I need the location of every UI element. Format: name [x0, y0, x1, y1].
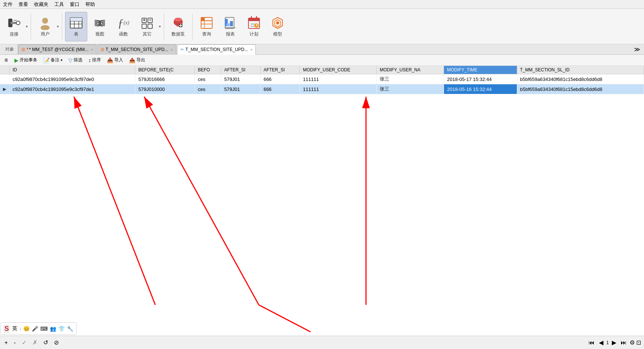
ime-wrench[interactable]: 🔧 — [67, 326, 73, 332]
col-after-si[interactable]: AFTER_SI — [260, 66, 300, 74]
col-sl-id[interactable]: T_MM_SECTION_SL_ID — [517, 66, 644, 74]
nav-prev-btn[interactable]: ◀ — [597, 338, 605, 347]
export-btn[interactable]: 📤 导出 — [127, 56, 148, 64]
tab-mm-test[interactable]: ⊞ * * MM_TEST @YCGCE (MM... × — [18, 44, 96, 55]
menu-view[interactable]: 查看 — [18, 1, 28, 8]
ime-lang[interactable]: 英 — [12, 325, 17, 332]
resize-btn[interactable]: ⊡ — [636, 339, 641, 346]
toolbar-other-btn[interactable]: 其它 — [136, 12, 158, 41]
col-modify-user-code[interactable]: MODIFY_USER_CODE — [300, 66, 377, 74]
cancel-btn[interactable]: ✗ — [31, 338, 39, 347]
svg-rect-38 — [227, 23, 230, 26]
cell-before-site-1[interactable]: 579J016666 — [135, 74, 195, 84]
plan-label: 计划 — [250, 31, 258, 37]
toolbar-model-btn[interactable]: 模型 — [267, 12, 289, 41]
menu-help[interactable]: 帮助 — [85, 1, 95, 8]
tab-mm-test-close[interactable]: × — [91, 47, 93, 52]
menubar: 文件 查看 收藏夹 工具 窗口 帮助 — [0, 0, 644, 9]
col-modify-time[interactable]: MODIFY_TIME — [444, 66, 517, 74]
cell-after-site-2[interactable]: 579J01 — [221, 84, 261, 94]
toolbar-func-btn[interactable]: ƒ(x) 函数 — [112, 12, 135, 41]
toolbar-table-btn[interactable]: 表 — [65, 12, 87, 41]
ime-person[interactable]: 👥 — [50, 326, 56, 332]
nav-first-btn[interactable]: ⏮ — [587, 339, 596, 347]
ime-shirt[interactable]: 👕 — [58, 326, 65, 332]
actionbar: ≡ ▶ 开始事务 📝 备注 ▾ ▽ 筛选 ↕ 排序 📥 导入 📤 导出 — [0, 55, 644, 66]
begin-tx-icon: ▶ — [14, 57, 18, 63]
col-before-site-code[interactable]: BEFORE_SITE(C — [135, 66, 195, 74]
other-dropdown[interactable]: ▾ — [159, 24, 161, 28]
cell-slid-1[interactable]: b5bf659a634340f681c15ebd8c6dd6d8 — [517, 74, 644, 84]
cell-mt-1[interactable]: 2018-05-17 15:32:44 — [444, 74, 517, 84]
toolbar-view-btn[interactable]: 视图 — [89, 12, 111, 41]
cell-before-si-2[interactable]: ces — [195, 84, 221, 94]
cell-mt-2[interactable]: 2018-05-16 15:32:44 — [444, 84, 517, 94]
datapump-icon — [171, 16, 186, 30]
toolbar-query-btn[interactable]: 查询 — [196, 12, 218, 41]
hamburger-btn[interactable]: ≡ — [1, 56, 11, 64]
cell-muc-2[interactable]: 111111 — [300, 84, 377, 94]
toolbar-user-btn[interactable]: 用户 — [34, 12, 56, 41]
row-marker-2: ▶ — [0, 84, 10, 94]
col-after-site-code[interactable]: AFTER_SI — [221, 66, 261, 74]
nav-next-btn[interactable]: ▶ — [610, 338, 618, 347]
col-modify-user-name[interactable]: MODIFY_USER_NA — [377, 66, 444, 74]
svg-rect-24 — [148, 24, 152, 28]
tab-section1[interactable]: ⊞ T_MM_SECTION_SITE_UPD... × — [97, 44, 176, 55]
cell-before-si-1[interactable]: ces — [195, 74, 221, 84]
filter-icon: ▽ — [68, 57, 72, 63]
filter-btn[interactable]: ▽ 筛选 — [66, 56, 85, 64]
cell-before-site-2[interactable]: 579J010000 — [135, 84, 195, 94]
arrow-overlay — [0, 66, 644, 336]
cell-id-2[interactable]: c92a0f9870cb4c1991095e9c3cf97de1 — [10, 84, 135, 94]
remove-record-btn[interactable]: - — [12, 339, 17, 347]
comment-btn[interactable]: 📝 备注 ▾ — [41, 56, 65, 64]
settings-btn[interactable]: ⚙ — [630, 339, 635, 346]
tab-section1-close[interactable]: × — [170, 47, 173, 52]
col-before-si[interactable]: BEFO — [195, 66, 221, 74]
import-btn[interactable]: 📥 导入 — [105, 56, 125, 64]
cell-slid-2[interactable]: b5bf659a634340f681c15ebd8c6dd6d8 — [517, 84, 644, 94]
ime-mic[interactable]: 🎤 — [32, 326, 38, 332]
connect-label: 连接 — [10, 31, 18, 37]
sort-btn[interactable]: ↕ 排序 — [86, 56, 103, 64]
tab-section1-label: T_MM_SECTION_SITE_UPD... — [106, 47, 168, 52]
col-id[interactable]: ID — [10, 66, 135, 74]
menu-window[interactable]: 窗口 — [70, 1, 79, 8]
add-record-btn[interactable]: + — [3, 339, 9, 347]
tab-more-icon[interactable]: ≫ — [632, 46, 643, 53]
table-row[interactable]: c92a0f9870cb4c1991095e9c3cf97de0 579J016… — [0, 74, 644, 84]
toolbar-connect-btn[interactable]: 连接 — [3, 12, 25, 41]
menu-file[interactable]: 文件 — [3, 1, 13, 8]
refresh-btn[interactable]: ↺ — [42, 338, 50, 347]
toolbar-report-btn[interactable]: 报表 — [219, 12, 241, 41]
cell-mun-1[interactable]: 张三 — [377, 74, 444, 84]
comment-arrow[interactable]: ▾ — [61, 58, 62, 62]
confirm-btn[interactable]: ✓ — [20, 338, 28, 347]
tab-section2[interactable]: ✏ T_MM_SECTION_SITE_UPD... × — [177, 44, 256, 55]
cell-after-si-2[interactable]: 666 — [260, 84, 300, 94]
menu-tools[interactable]: 工具 — [54, 1, 64, 8]
svg-rect-23 — [142, 24, 146, 28]
tab-section1-icon: ⊞ — [101, 47, 104, 52]
user-dropdown[interactable]: ▾ — [57, 24, 59, 28]
ime-dot[interactable]: · — [20, 326, 21, 332]
nav-last-btn[interactable]: ⏭ — [619, 339, 628, 347]
tab-section2-close[interactable]: × — [250, 47, 252, 52]
connect-dropdown[interactable]: ▾ — [26, 24, 28, 28]
stop-btn[interactable]: ⊘ — [52, 338, 60, 347]
toolbar-plan-btn[interactable]: 计划 — [243, 12, 265, 41]
cell-muc-1[interactable]: 111111 — [300, 74, 377, 84]
cell-mun-2[interactable]: 张三 — [377, 84, 444, 94]
cell-after-si-1[interactable]: 666 — [260, 74, 300, 84]
menu-favorites[interactable]: 收藏夹 — [34, 1, 48, 8]
cell-after-site-1[interactable]: 579J01 — [221, 74, 261, 84]
begin-tx-btn[interactable]: ▶ 开始事务 — [12, 56, 40, 64]
toolbar-datapump-btn[interactable]: 数据泵 — [167, 12, 189, 41]
ime-emoji[interactable]: 😊 — [23, 326, 30, 332]
ime-keyboard[interactable]: ⌨ — [40, 326, 48, 332]
plan-icon — [247, 16, 261, 30]
cell-id-1[interactable]: c92a0f9870cb4c1991095e9c3cf97de0 — [10, 74, 135, 84]
table-row[interactable]: ▶ c92a0f9870cb4c1991095e9c3cf97de1 579J0… — [0, 84, 644, 94]
tab-objects[interactable]: 对象 — [1, 45, 18, 54]
